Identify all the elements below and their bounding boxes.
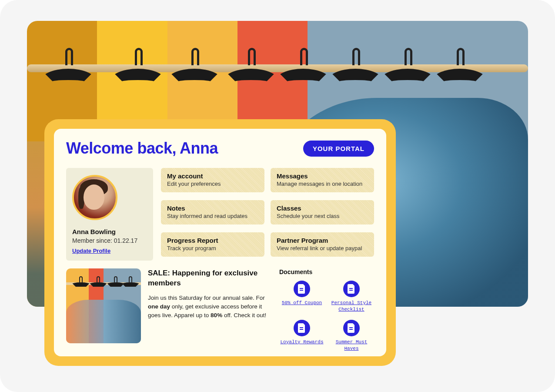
document-summer-must-haves[interactable]: Summer Must Haves — [329, 320, 374, 352]
promo-card: SALE: Happening for exclusive members Jo… — [66, 268, 271, 352]
your-portal-button[interactable]: YOUR PORTAL — [303, 141, 374, 157]
svg-rect-3 — [349, 290, 353, 291]
svg-rect-2 — [349, 288, 353, 289]
nav-card-sub: Edit your preferences — [167, 181, 258, 187]
nav-card-classes[interactable]: Classes Schedule your next class — [271, 200, 374, 224]
nav-card-sub: Track your program — [167, 245, 258, 251]
promo-image — [66, 268, 141, 343]
update-profile-link[interactable]: Update Profile — [72, 248, 110, 254]
profile-name: Anna Bowling — [72, 228, 147, 235]
promo-body: Join us this Saturday for our annual sal… — [148, 294, 271, 320]
document-icon — [343, 320, 360, 336]
nav-card-sub: Manage messages in one location — [277, 181, 368, 187]
promo-title: SALE: Happening for exclusive members — [148, 268, 271, 288]
nav-card-sub: View referral link or update paypal — [277, 245, 368, 251]
nav-card-notes[interactable]: Notes Stay informed and read updates — [161, 200, 264, 224]
document-label: 50% off Coupon — [282, 300, 322, 306]
portal-inner: Welcome back, Anna YOUR PORTAL Anna Bowl… — [54, 129, 386, 356]
nav-card-title: Messages — [277, 172, 368, 180]
documents-heading: Documents — [279, 268, 374, 275]
document-coupon[interactable]: 50% off Coupon — [279, 281, 324, 313]
page-frame: Welcome back, Anna YOUR PORTAL Anna Bowl… — [0, 0, 555, 392]
document-style-checklist[interactable]: Personal Style Checklist — [329, 281, 374, 313]
document-label: Loyalty Rewards — [280, 339, 323, 345]
profile-member-since: Member since: 01.22.17 — [72, 237, 147, 244]
svg-rect-7 — [349, 329, 353, 330]
svg-rect-5 — [300, 329, 303, 330]
document-label: Personal Style Checklist — [330, 300, 373, 313]
portal-header: Welcome back, Anna YOUR PORTAL — [66, 139, 374, 157]
svg-rect-1 — [300, 290, 303, 291]
nav-card-sub: Stay informed and read updates — [167, 213, 258, 219]
nav-card-title: Partner Program — [277, 237, 368, 244]
document-icon — [294, 281, 310, 297]
profile-card: Anna Bowling Member since: 01.22.17 Upda… — [66, 168, 153, 261]
nav-card-my-account[interactable]: My account Edit your preferences — [161, 168, 264, 192]
nav-card-title: Progress Report — [167, 237, 258, 244]
document-label: Summer Must Haves — [330, 339, 373, 352]
document-icon — [343, 281, 360, 297]
svg-rect-6 — [349, 327, 353, 328]
nav-cards-grid: My account Edit your preferences Message… — [161, 168, 374, 261]
document-icon — [294, 320, 310, 336]
nav-card-title: My account — [167, 172, 258, 180]
document-loyalty-rewards[interactable]: Loyalty Rewards — [279, 320, 324, 352]
nav-card-title: Notes — [167, 204, 258, 212]
avatar — [72, 175, 117, 220]
nav-card-partner-program[interactable]: Partner Program View referral link or up… — [271, 232, 374, 257]
svg-rect-0 — [300, 288, 303, 289]
nav-card-progress-report[interactable]: Progress Report Track your program — [161, 232, 264, 257]
portal-card: Welcome back, Anna YOUR PORTAL Anna Bowl… — [44, 119, 396, 366]
documents-section: Documents 50% off Coupon Per — [279, 268, 374, 352]
nav-card-sub: Schedule your next class — [277, 213, 368, 219]
nav-card-title: Classes — [277, 204, 368, 212]
nav-card-messages[interactable]: Messages Manage messages in one location — [271, 168, 374, 192]
svg-rect-4 — [300, 327, 303, 328]
welcome-title: Welcome back, Anna — [66, 139, 218, 157]
